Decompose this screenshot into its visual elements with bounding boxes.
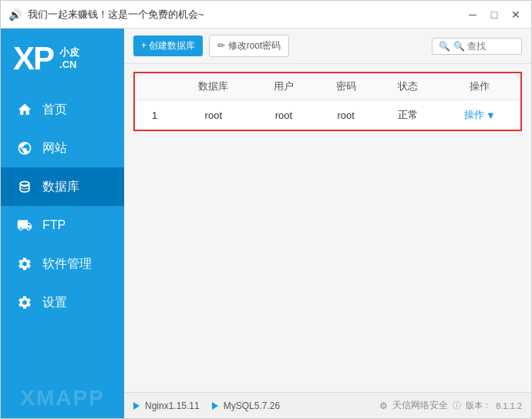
cell-password: root	[315, 100, 377, 131]
content-area: + 创建数据库 ✏ 修改root密码 🔍 数据库 用户 密码	[124, 29, 531, 418]
maximize-button[interactable]: □	[487, 7, 502, 22]
col-index	[134, 73, 174, 100]
sidebar-item-ftp[interactable]: FTP	[1, 206, 124, 245]
table-header-row: 数据库 用户 密码 状态 操作	[134, 73, 521, 100]
cell-index: 1	[134, 100, 174, 131]
main-layout: XP 小皮 .CN 首页	[1, 29, 531, 418]
sidebar-item-website-label: 网站	[42, 140, 67, 157]
logo: XP 小皮 .CN	[1, 29, 124, 84]
sidebar-item-website[interactable]: 网站	[1, 129, 124, 167]
search-icon: 🔍	[439, 41, 450, 52]
search-box[interactable]: 🔍	[432, 38, 522, 55]
database-icon	[16, 178, 33, 195]
mysql-label: MySQL5.7.26	[224, 400, 280, 411]
title-bar-text: 我们一起来赚钱！这是一个免费的机会~	[28, 8, 465, 22]
title-bar: 🔊 我们一起来赚钱！这是一个免费的机会~ ─ □ ✕	[1, 1, 531, 29]
footer-right: ⚙ 天信网络安全 ⓘ 版本： 8.1.1.2	[379, 399, 522, 412]
footer: Nginx1.15.11 MySQL5.7.26 ⚙ 天信网络安全 ⓘ 版本： …	[124, 392, 531, 418]
brand-name: 天信网络安全	[392, 399, 448, 412]
minimize-button[interactable]: ─	[465, 7, 480, 22]
database-table: 数据库 用户 密码 状态 操作 1 root root root 正常 操作 ▼	[133, 72, 522, 131]
sidebar: XP 小皮 .CN 首页	[1, 29, 124, 418]
col-action: 操作	[439, 73, 521, 100]
nginx-label: Nginx1.15.11	[145, 400, 200, 411]
sidebar-item-software[interactable]: 软件管理	[1, 245, 124, 283]
sidebar-nav: 首页 网站	[1, 90, 124, 322]
sidebar-item-database-label: 数据库	[42, 179, 79, 195]
toolbar: + 创建数据库 ✏ 修改root密码 🔍	[124, 29, 531, 64]
table-row: 1 root root root 正常 操作 ▼	[134, 100, 521, 131]
info-icon: ⓘ	[453, 400, 461, 411]
cell-database: root	[174, 100, 253, 131]
col-database: 数据库	[174, 73, 253, 100]
sidebar-item-home[interactable]: 首页	[1, 90, 124, 129]
table-area: 数据库 用户 密码 状态 操作 1 root root root 正常 操作 ▼	[124, 64, 531, 392]
sidebar-watermark: XMAPP	[1, 378, 124, 418]
sidebar-item-database[interactable]: 数据库	[1, 167, 124, 206]
dropdown-arrow-icon: ▼	[486, 110, 496, 121]
app-window: 🔊 我们一起来赚钱！这是一个免费的机会~ ─ □ ✕ XP 小皮 .CN	[0, 0, 532, 419]
home-icon	[16, 101, 33, 118]
ftp-icon	[16, 217, 33, 234]
sidebar-item-settings[interactable]: 设置	[1, 283, 124, 322]
window-controls: ─ □ ✕	[465, 7, 524, 22]
logo-xp: XP	[13, 42, 53, 75]
col-status: 状态	[377, 73, 439, 100]
version-value: 8.1.1.2	[496, 401, 522, 411]
sidebar-item-settings-label: 设置	[42, 295, 67, 311]
col-password: 密码	[315, 73, 377, 100]
version-label: 版本：	[466, 400, 491, 411]
sidebar-item-ftp-label: FTP	[42, 218, 66, 232]
footer-services: Nginx1.15.11 MySQL5.7.26	[133, 400, 379, 411]
nginx-service[interactable]: Nginx1.15.11	[133, 400, 200, 411]
create-database-button[interactable]: + 创建数据库	[133, 35, 203, 56]
speaker-icon: 🔊	[8, 8, 22, 21]
nginx-play-icon	[133, 402, 140, 410]
cell-action: 操作 ▼	[439, 100, 521, 131]
sidebar-item-software-label: 软件管理	[42, 256, 92, 272]
cell-status: 正常	[377, 100, 439, 131]
action-button[interactable]: 操作 ▼	[464, 108, 496, 122]
settings-icon	[16, 294, 33, 311]
globe-icon	[16, 140, 33, 157]
search-input[interactable]	[453, 41, 515, 52]
software-icon	[16, 255, 33, 272]
sidebar-item-home-label: 首页	[42, 102, 67, 118]
cell-user: root	[253, 100, 315, 131]
logo-cn: 小皮 .CN	[59, 46, 79, 70]
close-button[interactable]: ✕	[508, 7, 524, 22]
mysql-service[interactable]: MySQL5.7.26	[212, 400, 280, 411]
edit-root-button[interactable]: ✏ 修改root密码	[209, 35, 289, 57]
mysql-play-icon	[212, 402, 218, 410]
col-user: 用户	[253, 73, 315, 100]
brand-icon: ⚙	[379, 400, 388, 411]
